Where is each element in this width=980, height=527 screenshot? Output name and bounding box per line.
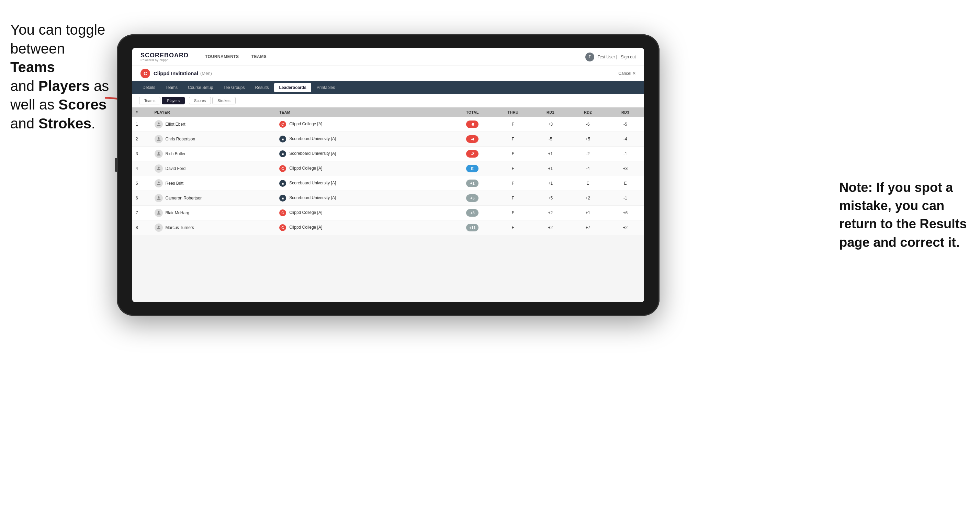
cell-rd1: -5: [532, 132, 569, 147]
tablet-frame: SCOREBOARD Powered by clippd TOURNAMENTS…: [117, 34, 660, 316]
team-logo: ■: [279, 195, 286, 202]
table-row: 3 Rich Butler ■ Scoreboard University [A…: [132, 147, 644, 161]
player-avatar: [154, 209, 163, 217]
cell-rd2: +5: [569, 132, 607, 147]
cell-rd3: +3: [607, 161, 644, 176]
logo-sub-text: Powered by clippd: [140, 58, 189, 62]
left-annotation: You can toggle between Teams and Players…: [10, 21, 110, 133]
leaderboard-table: # PLAYER TEAM TOTAL THRU RD1 RD2 RD3 1: [132, 108, 644, 235]
player-avatar: [154, 150, 163, 158]
cell-total: +11: [451, 221, 494, 235]
cell-thru: F: [494, 132, 532, 147]
cell-team: C Clippd College [A]: [276, 221, 451, 235]
table-row: 4 David Ford C Clippd College [A] E F +1…: [132, 161, 644, 176]
team-logo: ■: [279, 136, 286, 143]
cell-rank: 1: [132, 117, 151, 132]
cell-team: ■ Scoreboard University [A]: [276, 147, 451, 161]
cell-thru: F: [494, 161, 532, 176]
subnav-printables[interactable]: Printables: [312, 83, 340, 92]
tournament-gender: (Men): [200, 71, 212, 76]
cell-rank: 7: [132, 206, 151, 221]
nav-teams[interactable]: TEAMS: [246, 52, 272, 62]
cell-total: -8: [451, 117, 494, 132]
total-badge: E: [466, 165, 479, 172]
total-badge: +8: [466, 209, 479, 217]
tournament-bar: C Clippd Invitational (Men) Cancel ✕: [132, 66, 644, 81]
cell-thru: F: [494, 206, 532, 221]
subnav-details[interactable]: Details: [138, 83, 160, 92]
toggle-scores-button[interactable]: Scores: [189, 97, 211, 104]
signout-link[interactable]: Sign out: [621, 55, 636, 59]
cell-rd1: +1: [532, 147, 569, 161]
toggle-players-button[interactable]: Players: [162, 97, 185, 104]
cell-rank: 4: [132, 161, 151, 176]
right-annotation: Note: If you spot a mistake, you can ret…: [839, 179, 970, 252]
team-logo: C: [279, 210, 286, 216]
cell-rd2: +1: [569, 206, 607, 221]
player-avatar: [154, 179, 163, 187]
subnav-leaderboards[interactable]: Leaderboards: [274, 83, 311, 92]
total-badge: -8: [466, 121, 479, 128]
cell-team: C Clippd College [A]: [276, 206, 451, 221]
header-right: T Test User | Sign out: [585, 52, 636, 62]
cell-rd3: -1: [607, 147, 644, 161]
col-rank: #: [132, 108, 151, 117]
table-header-row: # PLAYER TEAM TOTAL THRU RD1 RD2 RD3: [132, 108, 644, 117]
cell-total: -2: [451, 147, 494, 161]
leaderboard-table-container: # PLAYER TEAM TOTAL THRU RD1 RD2 RD3 1: [132, 108, 644, 235]
user-avatar: T: [585, 52, 594, 62]
cell-rd1: +2: [532, 206, 569, 221]
subnav-results[interactable]: Results: [250, 83, 274, 92]
cancel-button[interactable]: Cancel ✕: [618, 71, 636, 76]
toggle-row: Teams Players Scores Strokes: [132, 94, 644, 108]
cell-player: Marcus Turners: [151, 221, 276, 235]
cell-team: ■ Scoreboard University [A]: [276, 132, 451, 147]
subnav-tee-groups[interactable]: Tee Groups: [218, 83, 250, 92]
table-row: 6 Cameron Robertson ■ Scoreboard Univers…: [132, 191, 644, 206]
cell-rd3: -4: [607, 132, 644, 147]
cell-total: E: [451, 161, 494, 176]
cell-rd2: +2: [569, 191, 607, 206]
cell-team: ■ Scoreboard University [A]: [276, 191, 451, 206]
cell-team: C Clippd College [A]: [276, 161, 451, 176]
table-row: 8 Marcus Turners C Clippd College [A] +1…: [132, 221, 644, 235]
team-logo: ■: [279, 180, 286, 187]
cell-rd1: +1: [532, 161, 569, 176]
team-logo: C: [279, 224, 286, 231]
tablet-side-button: [115, 158, 117, 171]
total-badge: -2: [466, 150, 479, 157]
toggle-teams-button[interactable]: Teams: [139, 97, 161, 104]
cell-rd3: -1: [607, 191, 644, 206]
nav-tournaments[interactable]: TOURNAMENTS: [200, 52, 245, 62]
cell-rank: 8: [132, 221, 151, 235]
cell-rank: 3: [132, 147, 151, 161]
total-badge: +1: [466, 179, 479, 187]
cell-player: Rich Butler: [151, 147, 276, 161]
subnav-teams[interactable]: Teams: [161, 83, 182, 92]
scoreboard-logo: SCOREBOARD Powered by clippd: [140, 52, 189, 62]
col-team: TEAM: [276, 108, 451, 117]
player-avatar: [154, 120, 163, 129]
table-row: 7 Blair McHarg C Clippd College [A] +8 F…: [132, 206, 644, 221]
cell-thru: F: [494, 191, 532, 206]
player-avatar: [154, 194, 163, 202]
cell-rd2: -4: [569, 161, 607, 176]
cell-thru: F: [494, 117, 532, 132]
cell-rank: 6: [132, 191, 151, 206]
logo-main-text: SCOREBOARD: [140, 52, 189, 58]
cell-rd2: -6: [569, 117, 607, 132]
col-total: TOTAL: [451, 108, 494, 117]
cell-total: +8: [451, 206, 494, 221]
team-logo: C: [279, 165, 286, 172]
tournament-logo: C: [140, 69, 150, 78]
cell-rd1: +2: [532, 221, 569, 235]
sub-navigation: Details Teams Course Setup Tee Groups Re…: [132, 81, 644, 94]
table-row: 1 Elliot Ebert C Clippd College [A] -8 F…: [132, 117, 644, 132]
cell-player: Elliot Ebert: [151, 117, 276, 132]
team-logo: ■: [279, 150, 286, 157]
subnav-course-setup[interactable]: Course Setup: [183, 83, 218, 92]
table-row: 2 Chris Robertson ■ Scoreboard Universit…: [132, 132, 644, 147]
player-avatar: [154, 135, 163, 143]
toggle-strokes-button[interactable]: Strokes: [212, 97, 235, 104]
cell-rd1: +5: [532, 191, 569, 206]
